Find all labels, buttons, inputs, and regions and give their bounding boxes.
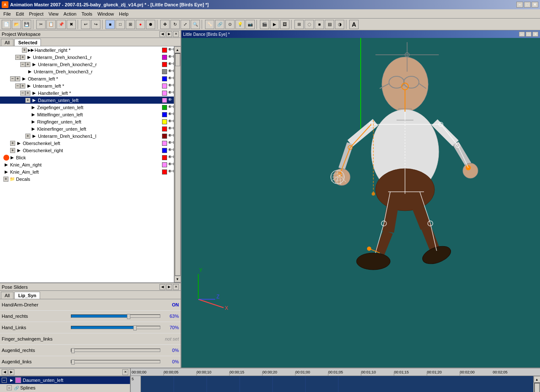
eye-blick[interactable]: 👁 — [168, 155, 174, 161]
tree-scrollbar[interactable]: ▲ ▼ — [174, 46, 181, 282]
eye-knie-aim-right[interactable]: 👁 — [168, 162, 174, 168]
eye-handteller-left[interactable]: 👁 — [168, 90, 174, 96]
tree-item-unterarm-dreh2-r[interactable]: − + ▶ Unterarm_Dreh_knochen2_r 👁 — [0, 61, 174, 68]
constraint-button[interactable]: 🔗 — [215, 20, 224, 29]
menu-project[interactable]: Project — [27, 11, 46, 17]
scroll-up-btn[interactable]: ▲ — [174, 46, 181, 53]
tl-close[interactable]: ✕ — [122, 369, 128, 375]
viewport-close[interactable]: ✕ — [532, 32, 538, 37]
menu-tools[interactable]: Tools — [79, 11, 95, 17]
minimize-button[interactable]: − — [516, 2, 523, 8]
render-button[interactable]: 🎬 — [260, 20, 269, 29]
viewport-minimize[interactable]: − — [519, 32, 525, 37]
eye-ringfinger[interactable]: 👁 — [168, 119, 174, 125]
tl-item-daumen[interactable]: − ▶ Daumen_unten_left — [0, 376, 130, 384]
slider-thumb-augenlid-rechts[interactable] — [71, 348, 75, 353]
scroll-thumb[interactable] — [175, 54, 180, 66]
tree-item-ringfinger[interactable]: ▶ Ringfinger_unten_left 👁 — [0, 118, 174, 125]
select2-button[interactable]: □ — [116, 20, 125, 29]
scroll-right-button[interactable]: ▶ — [166, 31, 172, 37]
slider-track-augenlid-rechts[interactable] — [71, 349, 160, 352]
zoom-button[interactable]: 🔍 — [191, 20, 200, 29]
select3-button[interactable]: ⊞ — [126, 20, 135, 29]
expand-handteller-left[interactable]: − — [20, 91, 25, 96]
wireframe-button[interactable]: ◌ — [305, 20, 314, 29]
undo-button[interactable]: ↩ — [81, 20, 90, 29]
menu-edit[interactable]: Edit — [14, 11, 27, 17]
record2-button[interactable]: ⏺ — [146, 20, 155, 29]
textured-button[interactable]: ▤ — [325, 20, 334, 29]
tree-item-kleinerfinger[interactable]: ▶ Kleinerfinger_unten_left 👁 — [0, 125, 174, 132]
expand2-unterarm-dreh1-r[interactable]: + — [20, 55, 25, 60]
tree-item-decals[interactable]: + 📁 Decals — [0, 175, 174, 183]
tree-item-daumen-unten-left[interactable]: + ▶ Daumen_unten_left 👁 — [0, 97, 174, 104]
expand2-unterarm-left[interactable]: + — [20, 83, 25, 89]
viewport[interactable]: Little Dance [Birds Eye] * − □ ✕ — [181, 30, 540, 368]
delete-button[interactable]: ✖ — [67, 20, 76, 29]
menu-help[interactable]: Help — [116, 11, 131, 17]
slider-track-augenlid-links[interactable] — [71, 360, 160, 363]
tree-item-unterarm-dreh3-r[interactable]: ▶ Unterarm_Dreh_knochen3_r 👁 — [0, 68, 174, 75]
eye-oberschenkel-right[interactable]: 👁 — [168, 148, 174, 153]
menu-file[interactable]: File — [1, 11, 14, 17]
graph-scroll-thumb[interactable] — [535, 383, 540, 392]
expand2-oberarm-left[interactable]: + — [15, 76, 20, 81]
tree-view[interactable]: + ▶ Handteller_right * 👁 − + ▶ Unterarm_… — [0, 46, 174, 282]
tree-item-unterarm-dreh1-r[interactable]: − + ▶ Unterarm_Dreh_knochen1_r 👁 — [0, 54, 174, 61]
tree-item-knie-aim-left[interactable]: ▶ Knie_Aim_left 👁 — [0, 168, 174, 175]
tl-item-splines[interactable]: − 🔗 Splines — [0, 384, 130, 392]
tl-expand-splines[interactable]: − — [7, 385, 12, 390]
tree-item-oberarm-left[interactable]: − + ▶ Oberarm_left * 👁 — [0, 75, 174, 82]
tree-item-handteller-right[interactable]: + ▶ Handteller_right * 👁 — [0, 46, 174, 54]
redo-button[interactable]: ↪ — [91, 20, 100, 29]
open-button[interactable]: 📂 — [12, 20, 21, 29]
tree-item-oberschenkel-right[interactable]: + ▶ Oberschenkel_right 👁 — [0, 147, 174, 154]
null-button[interactable]: ⊙ — [225, 20, 235, 29]
graph-scroll-up[interactable]: ▲ — [534, 376, 540, 383]
eye-mittelfinger[interactable]: 👁 — [168, 112, 174, 118]
tree-item-oberschenkel-left[interactable]: + ▶ Oberschenkel_left 👁 — [0, 140, 174, 147]
eye-oberarm-left[interactable]: 👁 — [168, 76, 174, 82]
eye-daumen-unten-left[interactable]: 👁 — [168, 97, 174, 103]
menu-view[interactable]: View — [46, 11, 61, 17]
expand-oberschenkel-right[interactable]: + — [10, 148, 15, 153]
expand-unterarm-dreh1-r[interactable]: − — [15, 55, 20, 60]
expand-daumen-unten-left[interactable]: + — [25, 98, 30, 103]
shaded-button[interactable]: ◑ — [335, 20, 344, 29]
tree-item-handteller-left[interactable]: − + ▶ Handteller_left * 👁 — [0, 89, 174, 97]
eye-unterarm-dreh2-r[interactable]: 👁 — [168, 62, 174, 67]
paste-button[interactable]: 📌 — [57, 20, 66, 29]
pw-close-button[interactable]: ✕ — [173, 31, 179, 37]
tree-item-unterarm-left[interactable]: − + ▶ Unterarm_left * 👁 — [0, 82, 174, 89]
tree-item-unterarm-dreh1-l[interactable]: + ▶ Unterarm_Dreh_knochen1_l 👁 — [0, 132, 174, 140]
cut-button[interactable]: ✂ — [36, 20, 46, 29]
ps-scroll-right[interactable]: ▶ — [166, 284, 172, 290]
slider-track-hand-links[interactable] — [71, 326, 160, 329]
menu-window[interactable]: Window — [95, 11, 116, 17]
eye-zeigefinger[interactable]: 👁 — [168, 105, 174, 110]
expand-handteller-right[interactable]: + — [22, 48, 27, 53]
rotate-button[interactable]: ↻ — [170, 20, 180, 29]
font-button[interactable]: A — [349, 20, 359, 29]
slider-track-hand-rechts[interactable] — [71, 314, 160, 318]
expand-oberschenkel-left[interactable]: + — [10, 141, 15, 146]
cam-button[interactable]: 📷 — [246, 20, 255, 29]
tree-item-mittelfinger[interactable]: ▶ Mittelfinger_unten_left 👁 — [0, 111, 174, 118]
grid-button[interactable]: ⊞ — [294, 20, 304, 29]
new-button[interactable]: 📄 — [2, 20, 11, 29]
light-button[interactable]: 💡 — [235, 20, 245, 29]
tl-right-arrow[interactable]: ▶ — [8, 369, 14, 375]
expand-oberarm-left[interactable]: − — [10, 76, 15, 81]
eye-handteller-right[interactable]: 👁 — [168, 47, 174, 53]
expand-unterarm-dreh1-l[interactable]: + — [25, 134, 30, 139]
eye-kleinerfinger[interactable]: 👁 — [168, 126, 174, 132]
tab-all[interactable]: All — [1, 39, 14, 46]
tree-item-knie-aim-right[interactable]: ▶ Knie_Aim_right 👁 — [0, 161, 174, 168]
move-button[interactable]: ✥ — [160, 20, 170, 29]
expand2-unterarm-dreh2-r[interactable]: + — [25, 62, 30, 67]
scale-button[interactable]: ⤢ — [181, 20, 190, 29]
eye-unterarm-left[interactable]: 👁 — [168, 83, 174, 89]
solid-button[interactable]: ■ — [315, 20, 324, 29]
scroll-left-button[interactable]: ◀ — [159, 31, 165, 37]
copy-button[interactable]: 📋 — [46, 20, 56, 29]
